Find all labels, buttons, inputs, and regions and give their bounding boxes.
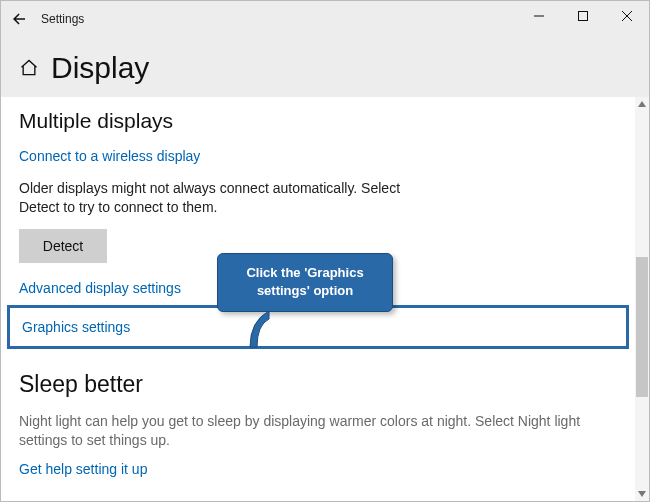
detect-button[interactable]: Detect bbox=[19, 229, 107, 263]
window-controls bbox=[517, 1, 649, 31]
minimize-icon bbox=[534, 11, 544, 21]
sleep-better-text: Night light can help you get to sleep by… bbox=[19, 412, 629, 450]
close-icon bbox=[622, 11, 632, 21]
page-title: Display bbox=[51, 51, 149, 85]
back-button[interactable] bbox=[1, 1, 37, 37]
scroll-thumb[interactable] bbox=[636, 257, 648, 397]
maximize-icon bbox=[578, 11, 588, 21]
minimize-button[interactable] bbox=[517, 1, 561, 31]
window-header: Settings Display bbox=[1, 1, 649, 97]
advanced-display-settings-link[interactable]: Advanced display settings bbox=[19, 280, 181, 296]
titlebar: Settings bbox=[1, 1, 649, 37]
instruction-callout: Click the 'Graphics settings' option bbox=[217, 253, 393, 312]
chevron-down-icon bbox=[638, 491, 646, 497]
home-icon[interactable] bbox=[19, 58, 39, 78]
back-arrow-icon bbox=[10, 10, 28, 28]
graphics-settings-link[interactable]: Graphics settings bbox=[22, 319, 130, 335]
get-help-link[interactable]: Get help setting it up bbox=[19, 461, 147, 477]
scroll-down-button[interactable] bbox=[635, 487, 649, 501]
sleep-better-title: Sleep better bbox=[19, 371, 635, 398]
maximize-button[interactable] bbox=[561, 1, 605, 31]
section-multiple-displays-title: Multiple displays bbox=[19, 109, 635, 133]
svg-rect-1 bbox=[579, 12, 588, 21]
settings-window: Settings Display Multiple displays bbox=[0, 0, 650, 502]
older-displays-text: Older displays might not always connect … bbox=[19, 179, 439, 217]
connect-wireless-display-link[interactable]: Connect to a wireless display bbox=[19, 148, 200, 164]
section-sleep-better: Sleep better Night light can help you ge… bbox=[19, 371, 635, 478]
app-title: Settings bbox=[41, 12, 84, 26]
chevron-up-icon bbox=[638, 101, 646, 107]
instruction-callout-text: Click the 'Graphics settings' option bbox=[246, 265, 363, 298]
scroll-up-button[interactable] bbox=[635, 97, 649, 111]
close-button[interactable] bbox=[605, 1, 649, 31]
vertical-scrollbar[interactable] bbox=[635, 97, 649, 501]
page-heading: Display bbox=[19, 51, 149, 85]
